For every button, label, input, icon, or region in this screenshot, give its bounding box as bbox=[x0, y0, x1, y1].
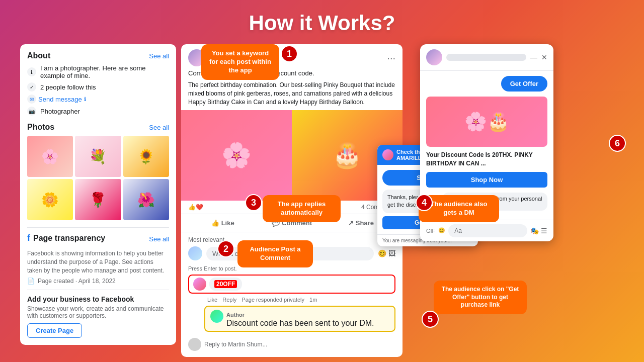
dm-avatar bbox=[426, 49, 442, 65]
photos-see-all[interactable]: See all bbox=[149, 124, 169, 131]
share-icon: ↗ bbox=[348, 219, 354, 227]
dm-header-controls: — ✕ bbox=[530, 53, 547, 61]
dm-get-offer-button[interactable]: Get Offer bbox=[501, 76, 547, 92]
badge-1: 1 bbox=[281, 45, 298, 62]
followers-item: ✓ 2 people follow this bbox=[27, 82, 169, 92]
author-avatar bbox=[210, 310, 223, 323]
badge-2: 2 bbox=[217, 240, 234, 257]
poster-avatar bbox=[193, 278, 206, 291]
gif-icon[interactable]: GIF bbox=[426, 228, 435, 234]
transparency-see-all[interactable]: See all bbox=[149, 235, 169, 243]
about-see-all[interactable]: See all bbox=[149, 52, 169, 60]
reply-content: Author Discount code has been sent to yo… bbox=[226, 310, 374, 328]
badge-3: 3 bbox=[245, 194, 262, 211]
photo-thumb-5[interactable]: 🌹 bbox=[75, 179, 121, 220]
dm-product-text: Your Discount Code Is 20THX. PINKY BIRTH… bbox=[426, 151, 547, 168]
callout-1: You set a keyword for each post within t… bbox=[201, 44, 279, 80]
badge-6: 6 bbox=[609, 135, 626, 152]
transparency-text: Facebook is showing information to help … bbox=[27, 249, 169, 275]
callout-2: Audience Post a Comment bbox=[237, 240, 313, 267]
comment-icons: 😊 🖼 bbox=[378, 249, 395, 257]
like-icon: 👍 bbox=[211, 219, 219, 227]
dm-footer-icons: 🎭 ☰ bbox=[530, 227, 547, 235]
dm-flower-image: 🌸🎂 bbox=[426, 97, 547, 147]
comment-content: 20OFF bbox=[209, 278, 242, 291]
add-business-desc: Showcase your work, create ads and commu… bbox=[27, 305, 169, 319]
commenter-avatar bbox=[188, 246, 202, 260]
add-business-title: Add your business to Facebook bbox=[27, 295, 169, 303]
posted-comment: 20OFF bbox=[188, 275, 395, 294]
comment-like[interactable]: Like bbox=[207, 297, 217, 303]
page-title: How it Works? bbox=[0, 0, 644, 44]
photos-grid: 🌸 💐 🌻 🌼 🌹 🌺 bbox=[27, 136, 169, 220]
menu-icon[interactable]: ☰ bbox=[541, 227, 547, 235]
callout-5: The audience click on "Get Offer" button… bbox=[434, 281, 527, 314]
check-icon: ✓ bbox=[27, 82, 36, 92]
comment-bubble: 20OFF bbox=[209, 278, 242, 291]
image-icon: 🖼 bbox=[388, 249, 395, 257]
sticker-icon[interactable]: 🎭 bbox=[530, 227, 539, 235]
page-icon: 📄 bbox=[27, 278, 35, 285]
camera-icon: 📷 bbox=[27, 107, 36, 116]
martin-avatar bbox=[188, 338, 201, 351]
info-icon: ℹ bbox=[27, 67, 36, 76]
callout-3: The app replies automatically bbox=[263, 195, 341, 222]
page-created: 📄 Page created · April 18, 2022 bbox=[27, 278, 169, 285]
dm-input[interactable]: Aa bbox=[448, 224, 527, 237]
photo-thumb-3[interactable]: 🌻 bbox=[123, 136, 169, 177]
create-page-button[interactable]: Create Page bbox=[27, 323, 82, 338]
about-title: About bbox=[27, 51, 50, 60]
author-reply: Author Discount code has been sent to yo… bbox=[204, 306, 395, 332]
page-responded: Page responded privately bbox=[242, 297, 304, 303]
badge-5: 5 bbox=[422, 311, 439, 328]
dm-footer: GIF 😊 Aa 🎭 ☰ bbox=[420, 220, 553, 241]
dm-close-icon[interactable]: ✕ bbox=[541, 53, 547, 61]
about-description-item: ℹ I am a photographer. Here are some exa… bbox=[27, 64, 169, 79]
photo-thumb-1[interactable]: 🌸 bbox=[27, 136, 73, 177]
category-item: 📷 Photographer bbox=[27, 107, 169, 116]
messenger-avatar bbox=[382, 149, 393, 160]
likes-count: 👍❤️ bbox=[188, 204, 203, 211]
feed-image: 🌸 🎂 bbox=[181, 110, 403, 201]
photo-thumb-4[interactable]: 🌼 bbox=[27, 179, 73, 220]
flower-left-emoji: 🌸 bbox=[221, 141, 252, 169]
feed-more-icon[interactable]: ··· bbox=[387, 52, 395, 64]
comment-time: 1m bbox=[309, 297, 317, 303]
photo-thumb-2[interactable]: 💐 bbox=[75, 136, 121, 177]
feed-image-left: 🌸 bbox=[181, 110, 292, 201]
dm-header: — ✕ bbox=[420, 44, 553, 71]
fb-page-panel: About See all ℹ I am a photographer. Her… bbox=[20, 44, 176, 345]
comment-keyword: 20OFF bbox=[214, 280, 237, 288]
badge-4: 4 bbox=[416, 194, 433, 211]
dm-minimize-icon[interactable]: — bbox=[530, 53, 537, 61]
like-button[interactable]: 👍 Like bbox=[188, 216, 257, 230]
photos-section: Photos See all 🌸 💐 🌻 🌼 🌹 🌺 bbox=[27, 123, 169, 220]
add-business-section: Add your business to Facebook Showcase y… bbox=[27, 290, 169, 338]
emoji-footer-icon[interactable]: 😊 bbox=[438, 227, 445, 234]
fb-logo: f bbox=[27, 233, 30, 243]
message-icon: ✉ bbox=[27, 95, 36, 104]
dm-user-bar bbox=[446, 54, 526, 61]
feed-post-text: The perfect birthday combination. Our be… bbox=[181, 81, 403, 110]
transparency-title: Page transparency bbox=[33, 234, 105, 243]
comment-actions: Like Reply Page responded privately 1m bbox=[207, 297, 395, 303]
reply-to-martin: Reply to Martin Shum... bbox=[188, 336, 395, 353]
comment-reply[interactable]: Reply bbox=[222, 297, 236, 303]
emoji-icon: 😊 bbox=[378, 249, 386, 257]
photo-thumb-6[interactable]: 🌺 bbox=[123, 179, 169, 220]
photos-title: Photos bbox=[27, 123, 54, 132]
dm-shop-now-button[interactable]: Shop Now bbox=[426, 172, 547, 188]
page-transparency: f Page transparency See all Facebook is … bbox=[27, 227, 169, 285]
send-message-item[interactable]: ✉ Send message ℹ bbox=[27, 95, 169, 104]
